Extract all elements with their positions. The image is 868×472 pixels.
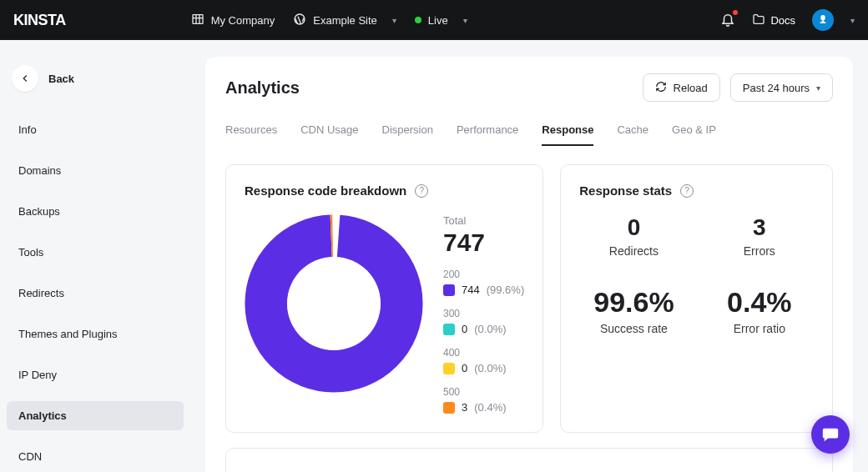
svg-rect-0 bbox=[193, 14, 203, 23]
legend-value: 0 bbox=[462, 362, 467, 374]
stat-value: 0 bbox=[579, 214, 688, 241]
account-menu-chevron[interactable]: ▾ bbox=[850, 16, 855, 25]
timerange-label: Past 24 hours bbox=[743, 82, 810, 94]
legend-percent: (0.0%) bbox=[474, 323, 506, 335]
stat-errors: 3 Errors bbox=[705, 214, 814, 258]
timerange-button[interactable]: Past 24 hours ▾ bbox=[730, 73, 833, 102]
chevron-down-icon: ▾ bbox=[463, 16, 467, 25]
legend-swatch-icon bbox=[443, 402, 455, 414]
tab-performance[interactable]: Performance bbox=[457, 123, 518, 146]
legend-item-400: 4000(0.0%) bbox=[443, 347, 524, 374]
reload-icon bbox=[655, 81, 667, 95]
notification-badge bbox=[733, 10, 738, 15]
stat-label: Redirects bbox=[579, 244, 688, 258]
panel-title: Response stats bbox=[579, 183, 672, 198]
stat-value: 3 bbox=[705, 214, 814, 241]
stat-label: Error ratio bbox=[705, 322, 814, 335]
main-content: Analytics Reload Past 24 hours ▾ Resourc… bbox=[190, 40, 868, 472]
panel-placeholder bbox=[225, 448, 833, 472]
tab-cache[interactable]: Cache bbox=[617, 123, 648, 146]
sidebar-item-analytics[interactable]: Analytics bbox=[7, 401, 184, 430]
sidebar-item-info[interactable]: Info bbox=[7, 115, 184, 144]
legend-value: 744 bbox=[462, 284, 480, 296]
reload-button[interactable]: Reload bbox=[643, 73, 720, 102]
legend-swatch-icon bbox=[443, 284, 455, 296]
svg-point-4 bbox=[287, 257, 381, 350]
environment-label: Live bbox=[428, 14, 448, 27]
total-value: 747 bbox=[443, 228, 524, 257]
logo: KINSTA bbox=[13, 12, 66, 29]
legend-item-200: 200744(99.6%) bbox=[443, 269, 524, 296]
reload-label: Reload bbox=[674, 82, 708, 94]
site-label: Example Site bbox=[313, 14, 377, 27]
legend-percent: (0.4%) bbox=[474, 401, 506, 414]
total-label: Total bbox=[443, 214, 524, 227]
legend-percent: (0.0%) bbox=[474, 362, 506, 374]
avatar[interactable] bbox=[812, 9, 834, 31]
legend-value: 0 bbox=[462, 323, 467, 335]
back-button[interactable] bbox=[12, 65, 38, 92]
company-switcher[interactable]: My Company bbox=[191, 13, 275, 28]
panel-response-stats: Response stats ? 0 Redirects 3 Errors bbox=[560, 164, 833, 433]
company-icon bbox=[191, 13, 204, 28]
back-label: Back bbox=[48, 73, 74, 85]
page-title: Analytics bbox=[225, 78, 300, 98]
panel-title: Response code breakdown bbox=[245, 183, 406, 198]
sidebar: Back InfoDomainsBackupsToolsRedirectsThe… bbox=[0, 40, 190, 472]
docs-label: Docs bbox=[770, 14, 795, 27]
sidebar-item-cdn[interactable]: CDN bbox=[7, 442, 184, 471]
help-icon[interactable]: ? bbox=[680, 184, 694, 198]
app-header: KINSTA My Company Example Site ▾ Live ▾ … bbox=[0, 0, 868, 40]
tab-response[interactable]: Response bbox=[542, 123, 593, 146]
legend-swatch-icon bbox=[443, 324, 455, 335]
chevron-down-icon: ▾ bbox=[816, 83, 820, 93]
chevron-down-icon: ▾ bbox=[392, 16, 396, 25]
stat-success-rate: 99.6% Success rate bbox=[579, 286, 688, 335]
stat-redirects: 0 Redirects bbox=[579, 214, 688, 258]
sidebar-item-ip-deny[interactable]: IP Deny bbox=[7, 360, 184, 389]
panel-response-breakdown: Response code breakdown ? Total 747 bbox=[225, 164, 543, 433]
chat-button[interactable] bbox=[811, 415, 850, 454]
status-dot-icon bbox=[415, 17, 421, 23]
sidebar-item-themes-and-plugins[interactable]: Themes and Plugins bbox=[7, 319, 184, 349]
legend-value: 3 bbox=[462, 401, 467, 414]
legend-item-300: 3000(0.0%) bbox=[443, 308, 524, 335]
legend-code: 200 bbox=[443, 269, 524, 280]
environment-switcher[interactable]: Live ▾ bbox=[415, 14, 467, 27]
stat-label: Success rate bbox=[579, 322, 688, 335]
help-icon[interactable]: ? bbox=[415, 184, 428, 198]
tab-geo-ip[interactable]: Geo & IP bbox=[672, 123, 716, 146]
stat-value: 0.4% bbox=[705, 286, 814, 319]
sidebar-item-backups[interactable]: Backups bbox=[7, 197, 184, 226]
site-switcher[interactable]: Example Site ▾ bbox=[293, 13, 396, 28]
legend-item-500: 5003(0.4%) bbox=[443, 386, 524, 414]
donut-chart bbox=[245, 214, 423, 393]
folder-icon bbox=[752, 13, 765, 28]
legend-code: 400 bbox=[443, 347, 524, 359]
legend-code: 300 bbox=[443, 308, 524, 319]
stat-value: 99.6% bbox=[579, 286, 688, 319]
chart-legend: Total 747 200744(99.6%)3000(0.0%)4000(0.… bbox=[443, 214, 524, 414]
legend-swatch-icon bbox=[443, 363, 455, 374]
legend-percent: (99.6%) bbox=[487, 284, 525, 296]
docs-link[interactable]: Docs bbox=[752, 13, 795, 28]
tab-resources[interactable]: Resources bbox=[225, 123, 277, 146]
legend-code: 500 bbox=[443, 386, 524, 398]
stat-label: Errors bbox=[705, 244, 814, 258]
stat-error-ratio: 0.4% Error ratio bbox=[705, 286, 814, 335]
sidebar-item-tools[interactable]: Tools bbox=[7, 238, 184, 267]
tab-cdn-usage[interactable]: CDN Usage bbox=[300, 123, 358, 146]
sidebar-item-domains[interactable]: Domains bbox=[7, 156, 184, 185]
tab-dispersion[interactable]: Dispersion bbox=[382, 123, 433, 146]
company-label: My Company bbox=[211, 14, 275, 27]
wordpress-icon bbox=[293, 13, 306, 28]
notifications-button[interactable] bbox=[720, 12, 735, 29]
sidebar-item-redirects[interactable]: Redirects bbox=[7, 279, 184, 308]
